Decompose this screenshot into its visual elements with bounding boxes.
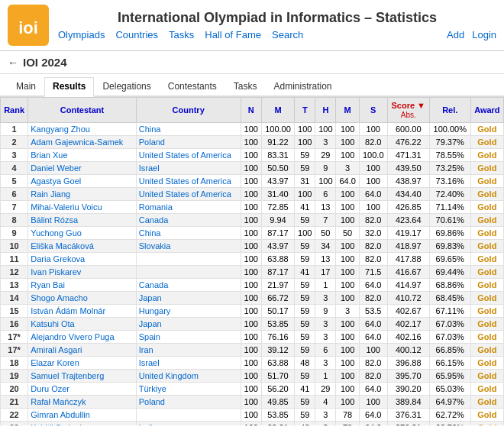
country-cell[interactable] (136, 266, 241, 279)
contestant-cell[interactable]: Kshitij Sodani (28, 422, 136, 426)
logo: ioi (8, 5, 49, 46)
country-cell[interactable]: United States of America (136, 175, 241, 188)
score-cell: 64.0 (359, 318, 387, 331)
nav-olympiads[interactable]: Olympiads (58, 29, 105, 40)
country-cell[interactable]: Spain (136, 331, 241, 344)
nav-tasks[interactable]: Tasks (169, 29, 194, 40)
contestant-cell[interactable]: Amirali Asgari (28, 344, 136, 357)
col-award[interactable]: Award (470, 98, 503, 123)
contestant-cell[interactable]: Daniel Weber (28, 162, 136, 175)
col-t[interactable]: T (295, 98, 315, 123)
award-cell: Gold (470, 266, 503, 279)
col-contestant[interactable]: Contestant (28, 98, 136, 123)
col-m[interactable]: M (261, 98, 294, 123)
country-cell[interactable]: United States of America (136, 149, 241, 162)
country-cell[interactable]: China (136, 123, 241, 136)
score-cell: 100 (359, 396, 387, 409)
contestant-cell[interactable]: Rafał Mańczyk (28, 396, 136, 409)
country-cell[interactable]: United States of America (136, 188, 241, 201)
score-cell: 390.20 (387, 383, 429, 396)
col-country[interactable]: Country (136, 98, 241, 123)
col-score-rel[interactable]: Rel. (429, 98, 470, 123)
contestant-cell[interactable]: Daria Grekova (28, 253, 136, 266)
country-cell[interactable]: Canada (136, 279, 241, 292)
contestant-cell[interactable]: Yuchong Guo (28, 227, 136, 240)
contestant-cell[interactable]: Duru Ozer (28, 383, 136, 396)
score-cell: 100 (241, 136, 261, 149)
tab-main[interactable]: Main (8, 77, 44, 95)
col-s[interactable]: S (359, 98, 387, 123)
contestant-cell[interactable]: Ivan Piskarev (28, 266, 136, 279)
header: ioi International Olympiad in Informatic… (0, 0, 504, 51)
score-cell: 100 (336, 292, 359, 305)
score-cell: 9 (1, 227, 28, 240)
contestant-cell[interactable]: Alejandro Vivero Puga (28, 331, 136, 344)
back-button[interactable]: ← (8, 57, 18, 69)
tab-results[interactable]: Results (44, 77, 94, 97)
score-cell: 1 (1, 123, 28, 136)
contestant-cell[interactable]: Rain Jiang (28, 188, 136, 201)
contestant-cell[interactable]: Samuel Trajtenberg (28, 370, 136, 383)
score-cell: 10 (1, 240, 28, 253)
score-cell: 396.88 (387, 357, 429, 370)
score-cell: 100.0 (359, 149, 387, 162)
contestant-cell[interactable]: Bálint Rózsa (28, 214, 136, 227)
country-cell[interactable]: Türkiye (136, 383, 241, 396)
contestant-cell[interactable]: Gimran Abdullin (28, 409, 136, 422)
contestant-cell[interactable]: Elazar Koren (28, 357, 136, 370)
contestant-cell[interactable]: Brian Xue (28, 149, 136, 162)
country-cell[interactable]: Hungary (136, 305, 241, 318)
col-score-abs[interactable]: Score ▼Abs. (387, 98, 429, 123)
country-cell[interactable]: China (136, 227, 241, 240)
tab-administration[interactable]: Administration (265, 77, 340, 95)
country-cell[interactable]: Poland (136, 136, 241, 149)
tab-delegations[interactable]: Delegations (94, 77, 159, 95)
contestant-cell[interactable]: Ryan Bai (28, 279, 136, 292)
contestant-cell[interactable]: Kangyang Zhou (28, 123, 136, 136)
score-cell: 6 (315, 344, 336, 357)
score-cell: 100 (241, 266, 261, 279)
nav-countries[interactable]: Countries (115, 29, 158, 40)
contestant-cell[interactable]: István Ádám Molnár (28, 305, 136, 318)
contestant-cell[interactable]: Agastya Goel (28, 175, 136, 188)
country-cell[interactable]: Poland (136, 396, 241, 409)
country-cell[interactable]: Romania (136, 201, 241, 214)
country-cell[interactable]: Iran (136, 344, 241, 357)
col-rank[interactable]: Rank (1, 98, 28, 123)
nav-search[interactable]: Search (272, 29, 303, 40)
tab-tasks[interactable]: Tasks (225, 77, 266, 95)
contestant-cell[interactable]: Adam Gajewnica-Samek (28, 136, 136, 149)
score-cell: 100 (295, 123, 315, 136)
score-cell: 64.0 (359, 422, 387, 426)
score-cell: 50.50 (261, 162, 294, 175)
score-cell: 68.45% (429, 292, 470, 305)
col-m2[interactable]: M (336, 98, 359, 123)
country-cell[interactable]: Japan (136, 292, 241, 305)
score-cell: 1 (315, 279, 336, 292)
col-h[interactable]: H (315, 98, 336, 123)
col-n[interactable]: N (241, 98, 261, 123)
country-cell[interactable] (136, 253, 241, 266)
country-cell[interactable]: India (136, 422, 241, 426)
contestant-cell[interactable]: Katsuhi Ota (28, 318, 136, 331)
country-cell[interactable]: Canada (136, 214, 241, 227)
nav-login[interactable]: Login (472, 29, 496, 40)
nav-halloffame[interactable]: Hall of Fame (205, 29, 261, 40)
country-cell[interactable]: Slovakia (136, 240, 241, 253)
country-cell[interactable] (136, 409, 241, 422)
tab-contestants[interactable]: Contestants (160, 77, 225, 95)
score-cell: 48 (295, 422, 315, 426)
contestant-cell[interactable]: Mihai-Valeriu Voicu (28, 201, 136, 214)
contestant-cell[interactable]: Eliška Macáková (28, 240, 136, 253)
country-cell[interactable]: Japan (136, 318, 241, 331)
score-cell: 2 (1, 136, 28, 149)
score-cell: 100 (336, 344, 359, 357)
score-cell: 402.16 (387, 331, 429, 344)
table-container[interactable]: Rank Contestant Country N M T H M S Scor… (0, 97, 504, 425)
country-cell[interactable]: United Kingdom (136, 370, 241, 383)
country-cell[interactable]: Israel (136, 357, 241, 370)
nav-add[interactable]: Add (447, 29, 464, 40)
score-cell: 29 (315, 383, 336, 396)
country-cell[interactable]: Israel (136, 162, 241, 175)
contestant-cell[interactable]: Shogo Amacho (28, 292, 136, 305)
